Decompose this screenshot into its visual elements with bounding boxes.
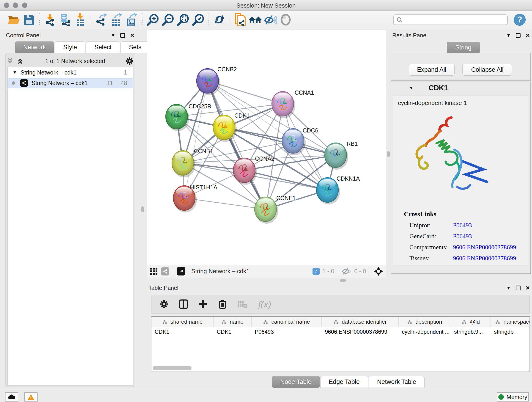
table-cell[interactable]: cyclin-dependent ... <box>399 327 451 337</box>
hide-graphics-details-button[interactable] <box>263 12 278 27</box>
toolbar-separator <box>173 267 173 276</box>
node-RB1[interactable] <box>325 143 348 170</box>
selected-nodes-checkbox-icon[interactable]: ✓ <box>312 268 320 275</box>
collapse-all-chevron-icon[interactable] <box>7 57 15 64</box>
delete-column-icon[interactable] <box>218 299 227 309</box>
save-session-button[interactable] <box>22 12 37 27</box>
column-header-name[interactable]: name <box>214 317 252 327</box>
tab-select[interactable]: Select <box>86 41 120 53</box>
node-CDC6[interactable] <box>282 128 306 155</box>
node-table[interactable]: shared namenamecanonical namedatabase id… <box>151 316 530 372</box>
duplicate-network-button[interactable] <box>233 12 248 27</box>
tab-network-table[interactable]: Network Table <box>369 376 425 388</box>
column-header-namespace[interactable]: namespace <box>491 317 530 327</box>
expand-all-chevron-icon[interactable] <box>17 57 25 64</box>
tab-network[interactable]: Network <box>15 41 54 53</box>
tab-sets[interactable]: Sets <box>120 41 150 53</box>
node-CDC25B[interactable] <box>166 104 189 131</box>
table-horizontal-scrollbar[interactable] <box>152 366 528 370</box>
search-input[interactable] <box>393 14 508 25</box>
network-canvas[interactable]: CCNB2CCNA1CDC25BCDK1CDC6RB1CCNB1CCNA2CDK… <box>147 30 386 265</box>
crosslink-link[interactable]: 9606.ENSP00000378699 <box>453 255 516 262</box>
eye-button[interactable] <box>278 12 293 27</box>
table-row[interactable]: CDK1CDK1P064939606.ENSP00000378699cyclin… <box>152 327 530 337</box>
export-network-icon <box>95 13 108 26</box>
network-collection-row[interactable]: ▼ String Network – cdk1 1 <box>7 67 133 78</box>
help-button[interactable]: ? <box>514 14 526 26</box>
network-graph[interactable]: CCNB2CCNA1CDC25BCDK1CDC6RB1CCNB1CCNA2CDK… <box>147 30 386 265</box>
tab-node-table[interactable]: Node Table <box>272 376 320 388</box>
bottom-splitter-grip[interactable] <box>340 279 346 282</box>
zoom-selected-button[interactable] <box>191 12 206 27</box>
column-header-shared-name[interactable]: shared name <box>152 317 214 327</box>
results-panel-header: Results Panel ▼ × <box>392 31 530 39</box>
node-CCNB2[interactable] <box>196 69 220 95</box>
panel-menu-caret-icon[interactable]: ▼ <box>111 33 115 38</box>
crosslink-link[interactable]: P06493 <box>453 222 472 229</box>
node-CCNE1[interactable] <box>254 197 278 224</box>
gear-icon[interactable] <box>126 57 134 65</box>
tab-style[interactable]: Style <box>55 41 85 53</box>
cloud-status-button[interactable] <box>5 392 18 402</box>
collapse-entry-caret-icon[interactable]: ▼ <box>409 85 413 90</box>
zoom-fit-button[interactable] <box>176 12 191 27</box>
memory-button[interactable]: Memory <box>497 392 529 402</box>
left-splitter-grip[interactable] <box>141 206 144 212</box>
node-CDK1[interactable] <box>213 115 237 142</box>
export-image-button[interactable] <box>124 12 139 27</box>
node-CCNA2[interactable] <box>233 158 257 185</box>
panel-float-icon[interactable] <box>120 33 125 38</box>
export-table-button[interactable] <box>109 12 124 27</box>
scrollbar-thumb[interactable] <box>152 366 191 370</box>
panel-close-icon[interactable]: × <box>526 32 530 39</box>
question-mark-icon: ? <box>517 15 522 25</box>
column-header-database-identifier[interactable]: database identifier <box>322 317 399 327</box>
expand-all-button[interactable]: Expand All <box>409 64 455 76</box>
table-cell[interactable]: stringdb <box>491 327 530 337</box>
add-column-icon[interactable] <box>199 300 208 309</box>
center-network-icon[interactable] <box>374 267 383 276</box>
export-network-button[interactable] <box>94 12 109 27</box>
table-cell[interactable]: stringdb:9... <box>451 327 491 337</box>
grid-view-icon[interactable] <box>150 267 158 275</box>
collapse-all-button[interactable]: Collapse All <box>462 64 512 76</box>
zoom-in-button[interactable] <box>145 12 160 27</box>
show-columns-icon[interactable] <box>179 299 188 309</box>
panel-close-icon[interactable]: × <box>130 32 134 39</box>
string-view-icon[interactable] <box>161 267 169 275</box>
zoom-out-button[interactable] <box>160 12 176 27</box>
panel-menu-caret-icon[interactable]: ▼ <box>506 33 511 38</box>
node-label-RB1: RB1 <box>347 140 358 147</box>
warnings-button[interactable] <box>24 392 38 402</box>
panel-float-icon[interactable] <box>516 286 520 290</box>
edge-CCNB2-HIST1H1A[interactable] <box>184 81 208 198</box>
panel-menu-caret-icon[interactable]: ▼ <box>506 285 511 291</box>
right-splitter-grip[interactable] <box>387 151 390 157</box>
open-session-button[interactable] <box>6 12 22 27</box>
table-cell[interactable]: CDK1 <box>214 327 252 337</box>
column-header-canonical-name[interactable]: canonical name <box>252 317 322 327</box>
node-CCNA1[interactable] <box>272 91 295 118</box>
result-card-header[interactable]: ▼ CDK1 <box>391 82 530 94</box>
import-table-button[interactable] <box>73 12 88 27</box>
column-header--id[interactable]: @id <box>451 317 491 327</box>
crosslink-link[interactable]: 9606.ENSP00000378699 <box>453 244 516 251</box>
table-gear-icon[interactable] <box>160 300 168 308</box>
import-network-database-button[interactable] <box>58 12 73 27</box>
apply-layout-button[interactable] <box>212 12 227 27</box>
crosslink-link[interactable]: P06493 <box>453 233 472 240</box>
tree-expand-caret-icon[interactable]: ▼ <box>13 70 17 75</box>
panel-close-icon[interactable]: × <box>526 284 530 291</box>
import-network-file-button[interactable] <box>43 12 58 27</box>
table-cell[interactable]: 9606.ENSP00000378699 <box>322 327 399 337</box>
table-toolbar: f(x) <box>151 295 530 313</box>
tab-edge-table[interactable]: Edge Table <box>320 376 368 388</box>
table-cell[interactable]: CDK1 <box>152 327 214 337</box>
birds-eye-view-toggle[interactable] <box>177 267 185 275</box>
column-header-description[interactable]: description <box>399 317 451 327</box>
network-row[interactable]: String Network – cdk1 11 48 <box>7 78 133 88</box>
panel-float-icon[interactable] <box>516 33 520 38</box>
table-cell[interactable]: P06493 <box>252 327 322 337</box>
tab-string[interactable]: String <box>447 42 480 53</box>
show-all-networks-button[interactable] <box>248 12 263 27</box>
